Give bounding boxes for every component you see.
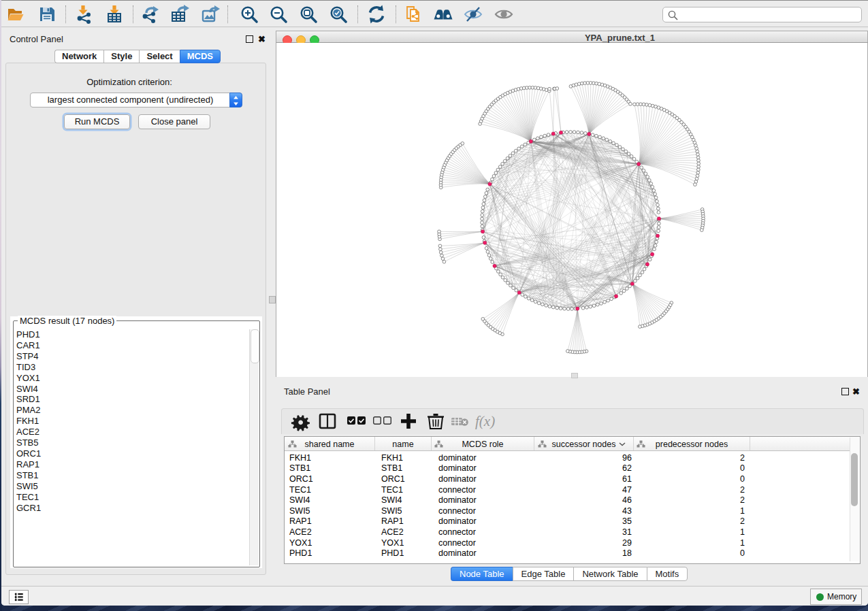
svg-text:f(x): f(x) <box>475 413 495 429</box>
